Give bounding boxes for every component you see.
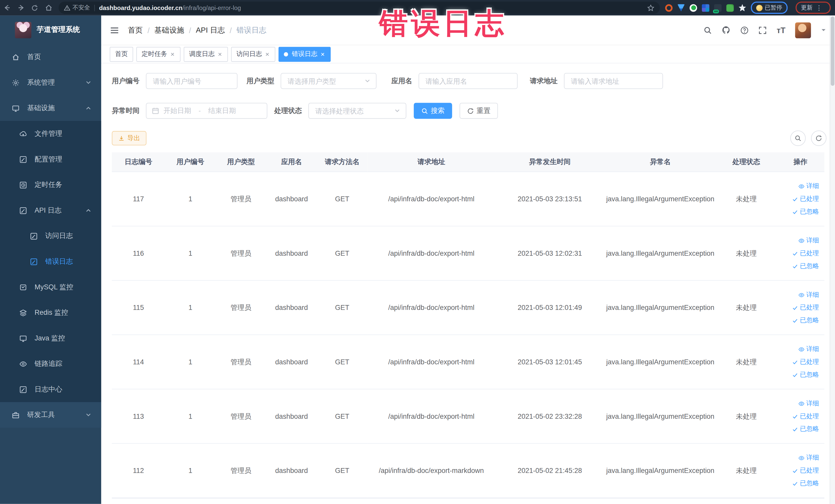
user-type-select[interactable] — [281, 73, 376, 89]
sidebar-item-api-log[interactable]: API 日志 — [0, 198, 101, 223]
refresh-table-button[interactable] — [811, 130, 827, 146]
breadcrumb-item[interactable]: 首页 — [128, 25, 143, 35]
browser-reload-icon[interactable] — [28, 4, 42, 12]
search-icon — [794, 135, 801, 142]
scrollbar-thumb[interactable] — [831, 16, 834, 86]
ignored-link[interactable]: 已忽略 — [792, 316, 819, 325]
table-row: 114 1 管理员 dashboard GET /api/infra/db-do… — [112, 335, 824, 389]
hamburger-icon[interactable] — [109, 26, 119, 35]
close-icon[interactable] — [320, 52, 325, 57]
tampermonkey-paused-pill[interactable]: 已暂停 — [751, 2, 788, 14]
browser-forward-icon[interactable] — [14, 4, 28, 12]
reset-button[interactable]: 重置 — [460, 103, 498, 119]
sidebar-item-error-log[interactable]: 错误日志 — [0, 249, 101, 275]
close-icon[interactable] — [170, 52, 175, 57]
sidebar-item-java-monitor[interactable]: Java 监控 — [0, 326, 101, 351]
col-exception-name: 异常名 — [605, 152, 716, 172]
detail-link[interactable]: 详细 — [798, 453, 819, 462]
update-pill[interactable]: 更新⋮ — [795, 2, 831, 14]
font-size-icon[interactable]: тT — [777, 26, 786, 35]
fullscreen-icon[interactable] — [758, 26, 767, 35]
processed-link[interactable]: 已处理 — [792, 357, 819, 366]
help-icon[interactable] — [740, 26, 749, 35]
check-icon — [792, 371, 798, 378]
search-icon[interactable] — [704, 26, 712, 35]
check-icon — [792, 480, 798, 486]
breadcrumb-item[interactable]: API 日志 — [196, 25, 225, 35]
scrollbar[interactable] — [830, 15, 835, 504]
close-icon[interactable] — [217, 52, 223, 57]
col-actions: 操作 — [776, 152, 824, 172]
app-name-input[interactable] — [419, 73, 518, 89]
processed-link[interactable]: 已处理 — [792, 412, 819, 421]
check-icon — [792, 196, 798, 202]
tab-schedule-log[interactable]: 调度日志 — [184, 47, 228, 62]
sidebar-item-redis-monitor[interactable]: Redis 监控 — [0, 300, 101, 326]
navbar-actions: тT — [704, 22, 827, 38]
browser-home-icon[interactable] — [42, 4, 56, 12]
export-button[interactable]: 导出 — [112, 131, 147, 145]
request-url-input[interactable] — [564, 73, 663, 89]
ignored-link[interactable]: 已忽略 — [792, 370, 819, 379]
browser-back-icon[interactable] — [0, 4, 14, 12]
sidebar-item-home[interactable]: 首页 — [0, 44, 101, 70]
ignored-link[interactable]: 已忽略 — [792, 424, 819, 434]
extension-icon[interactable]: on — [714, 4, 721, 12]
ignored-link[interactable]: 已忽略 — [792, 207, 819, 216]
check-icon — [792, 359, 798, 365]
user-avatar[interactable] — [795, 22, 811, 38]
breadcrumb-item[interactable]: 基础设施 — [154, 25, 184, 35]
sidebar-item-infrastructure[interactable]: 基础设施 — [0, 95, 101, 121]
bookmark-star-icon[interactable] — [647, 4, 655, 12]
extension-icon[interactable] — [690, 4, 697, 12]
chevron-down-icon — [85, 79, 91, 86]
sidebar-item-log-center[interactable]: 日志中心 — [0, 377, 101, 402]
extension-icon[interactable] — [702, 4, 709, 12]
processed-link[interactable]: 已处理 — [792, 303, 819, 312]
toggle-search-button[interactable] — [790, 130, 806, 146]
extension-icon[interactable] — [665, 4, 673, 12]
processed-link[interactable]: 已处理 — [792, 249, 819, 258]
sidebar-item-mysql-monitor[interactable]: MySQL 监控 — [0, 274, 101, 300]
extension-icons: on 已暂停 更新⋮ — [665, 2, 831, 14]
app-logo[interactable]: 芋道管理系统 — [0, 15, 101, 44]
detail-link[interactable]: 详细 — [798, 290, 819, 299]
sidebar-item-system-management[interactable]: 系统管理 — [0, 70, 101, 96]
eye-icon — [798, 400, 805, 407]
github-icon[interactable] — [722, 26, 731, 35]
address-bar[interactable]: 不安全 dashboard.yudao.iocoder.cn /infra/lo… — [59, 2, 660, 14]
extension-icon[interactable] — [738, 4, 746, 12]
sidebar-item-scheduled-tasks[interactable]: 定时任务 — [0, 172, 101, 198]
detail-link[interactable]: 详细 — [798, 236, 819, 245]
status-text: 未处理 — [716, 443, 776, 498]
more-dots-icon: ⋮ — [816, 4, 822, 12]
sidebar-item-dev-tools[interactable]: 研发工具 — [0, 402, 101, 428]
process-status-select[interactable] — [308, 103, 406, 119]
tab-error-log[interactable]: 错误日志 — [279, 47, 331, 62]
user-id-input[interactable] — [146, 73, 238, 89]
sidebar-item-file-management[interactable]: 文件管理 — [0, 121, 101, 147]
detail-link[interactable]: 详细 — [798, 345, 819, 354]
sidebar-item-access-log[interactable]: 访问日志 — [0, 223, 101, 249]
not-secure-warning[interactable]: 不安全 — [64, 4, 90, 12]
extension-icon[interactable] — [677, 4, 685, 12]
detail-link[interactable]: 详细 — [798, 182, 819, 190]
table-row: 112 1 管理员 dashboard GET /api/infra/db-do… — [112, 443, 824, 498]
tab-home[interactable]: 首页 — [109, 47, 133, 62]
chevron-up-icon — [85, 207, 91, 214]
ignored-link[interactable]: 已忽略 — [792, 479, 819, 488]
search-button[interactable]: 搜索 — [414, 103, 452, 119]
sidebar-item-config-management[interactable]: 配置管理 — [0, 147, 101, 172]
ignored-link[interactable]: 已忽略 — [792, 262, 819, 270]
close-icon[interactable] — [265, 52, 270, 57]
extension-icon[interactable] — [727, 4, 734, 12]
eye-icon — [798, 346, 805, 352]
exception-time-range-picker[interactable]: 开始日期 - 结束日期 — [146, 103, 267, 119]
processed-link[interactable]: 已处理 — [792, 194, 819, 203]
tab-access-log[interactable]: 访问日志 — [231, 47, 275, 62]
detail-link[interactable]: 详细 — [798, 399, 819, 408]
tab-scheduled-tasks[interactable]: 定时任务 — [136, 47, 180, 62]
user-menu-caret-icon[interactable] — [821, 27, 827, 33]
processed-link[interactable]: 已处理 — [792, 466, 819, 475]
sidebar-item-trace[interactable]: 链路追踪 — [0, 351, 101, 377]
